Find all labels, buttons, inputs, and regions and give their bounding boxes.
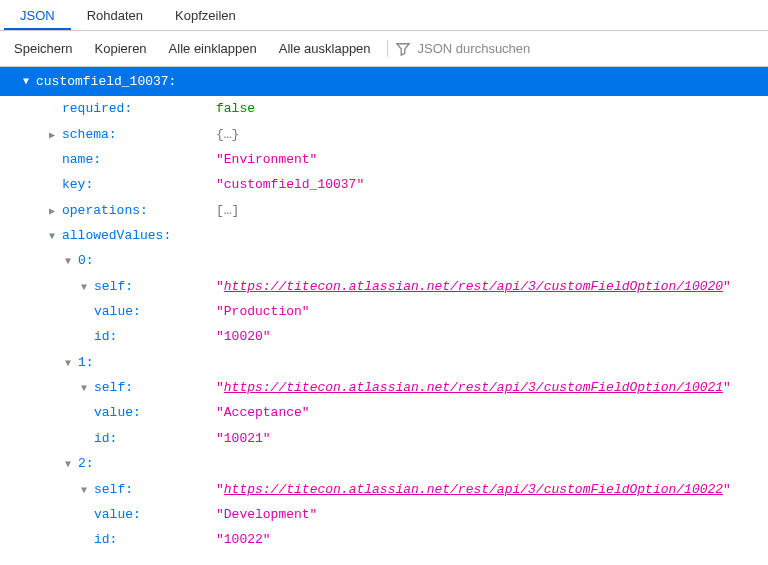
collapse-all-button[interactable]: Alle einklappen [159, 37, 267, 60]
toolbar: Speichern Kopieren Alle einklappen Alle … [0, 31, 768, 67]
chevron-down-icon: ▼ [78, 379, 90, 399]
tree-row-value[interactable]: value: "Production" [0, 299, 768, 324]
chevron-down-icon: ▼ [62, 455, 74, 475]
tree-value-url[interactable]: https://titecon.atlassian.net/rest/api/3… [224, 375, 723, 400]
tree-value: "Environment" [216, 147, 317, 172]
expand-all-button[interactable]: Alle ausklappen [269, 37, 381, 60]
tree-value: "customfield_10037" [216, 172, 364, 197]
tree-row-allowedvalues[interactable]: ▼ allowedValues: [0, 223, 768, 248]
tree-row-id[interactable]: id: "10022" [0, 527, 768, 552]
chevron-down-icon: ▼ [62, 252, 74, 272]
tree-row-index-2[interactable]: ▼ 2: [0, 451, 768, 476]
tree-value: […] [216, 198, 239, 223]
tree-row-required[interactable]: required: false [0, 96, 768, 121]
tree-key: value: [94, 502, 141, 527]
tree-row-self[interactable]: ▼ self: "https://titecon.atlassian.net/r… [0, 477, 768, 502]
tree-key: self: [94, 274, 133, 299]
search-box [387, 40, 764, 57]
tree-row-index-0[interactable]: ▼ 0: [0, 248, 768, 273]
chevron-right-icon: ▶ [46, 126, 58, 146]
tree-key: schema: [62, 122, 117, 147]
tree-row-self[interactable]: ▼ self: "https://titecon.atlassian.net/r… [0, 375, 768, 400]
tree-key: value: [94, 299, 141, 324]
chevron-down-icon: ▼ [46, 227, 58, 247]
chevron-right-icon: ▶ [46, 202, 58, 222]
tree-value: "10021" [216, 426, 271, 451]
tree-key: customfield_10037: [36, 69, 176, 94]
tree-row-name[interactable]: name: "Environment" [0, 147, 768, 172]
view-tabs: JSON Rohdaten Kopfzeilen [0, 0, 768, 31]
tree-key: self: [94, 477, 133, 502]
tree-row-value[interactable]: value: "Acceptance" [0, 400, 768, 425]
filter-icon [396, 42, 410, 56]
tree-key: id: [94, 324, 117, 349]
tree-value-url[interactable]: https://titecon.atlassian.net/rest/api/3… [224, 274, 723, 299]
tree-row-schema[interactable]: ▶ schema: {…} [0, 122, 768, 147]
tree-key: id: [94, 426, 117, 451]
tree-row-key[interactable]: key: "customfield_10037" [0, 172, 768, 197]
tree-row-id[interactable]: id: "10021" [0, 426, 768, 451]
tree-value: "Acceptance" [216, 400, 310, 425]
tab-json[interactable]: JSON [4, 0, 71, 30]
tree-value-url[interactable]: https://titecon.atlassian.net/rest/api/3… [224, 477, 723, 502]
tree-row-self[interactable]: ▼ self: "https://titecon.atlassian.net/r… [0, 274, 768, 299]
search-input[interactable] [416, 40, 764, 57]
tree-value: "10020" [216, 324, 271, 349]
tree-key: self: [94, 375, 133, 400]
tree-key: required: [62, 96, 132, 121]
tab-raw[interactable]: Rohdaten [71, 0, 159, 30]
tree-value: false [216, 96, 255, 121]
tree-key: 0: [78, 248, 94, 273]
tree-key: 1: [78, 350, 94, 375]
chevron-down-icon: ▼ [78, 481, 90, 501]
tree-key: 2: [78, 451, 94, 476]
tree-value: {…} [216, 122, 239, 147]
tree-key: value: [94, 400, 141, 425]
tree-key: allowedValues: [62, 223, 171, 248]
tree-row-operations[interactable]: ▶ operations: […] [0, 198, 768, 223]
chevron-down-icon: ▼ [20, 72, 32, 92]
tree-row-value[interactable]: value: "Development" [0, 502, 768, 527]
chevron-down-icon: ▼ [62, 354, 74, 374]
tree-value: "Production" [216, 299, 310, 324]
tree-key: operations: [62, 198, 148, 223]
tree-row-index-1[interactable]: ▼ 1: [0, 350, 768, 375]
tree-key: id: [94, 527, 117, 552]
save-button[interactable]: Speichern [4, 37, 83, 60]
tree-row-id[interactable]: id: "10020" [0, 324, 768, 349]
tree-value: "10022" [216, 527, 271, 552]
tree-key: name: [62, 147, 101, 172]
tree-key: key: [62, 172, 93, 197]
chevron-down-icon: ▼ [78, 278, 90, 298]
json-tree: ▼ customfield_10037: required: false ▶ s… [0, 67, 768, 553]
tree-value: "Development" [216, 502, 317, 527]
copy-button[interactable]: Kopieren [85, 37, 157, 60]
tab-headers[interactable]: Kopfzeilen [159, 0, 252, 30]
tree-root[interactable]: ▼ customfield_10037: [0, 67, 768, 96]
